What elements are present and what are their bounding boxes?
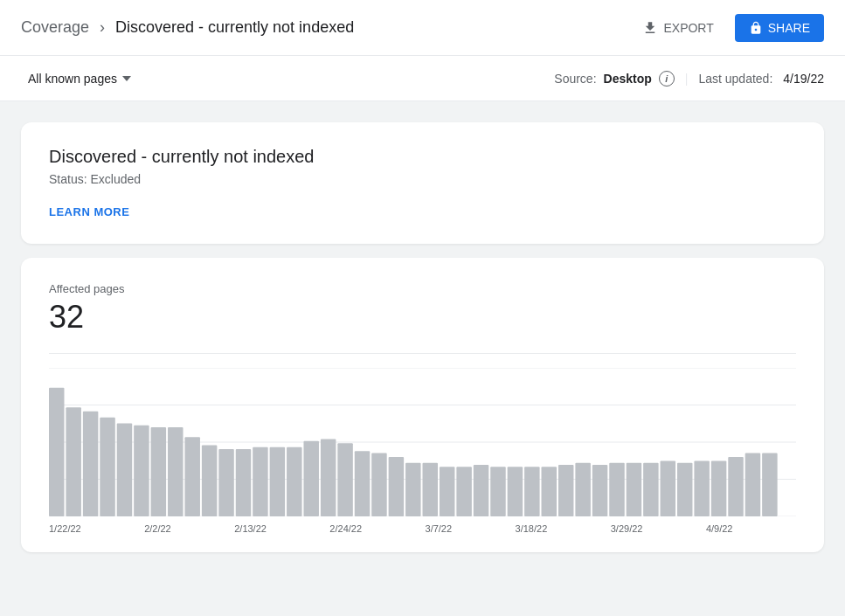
bar-chart: 75 50 25 0 bbox=[49, 368, 796, 516]
header-actions: EXPORT SHARE bbox=[632, 13, 824, 43]
bar-19 bbox=[371, 453, 386, 516]
bar-33 bbox=[609, 463, 624, 516]
bar-39 bbox=[711, 461, 726, 516]
lock-icon bbox=[749, 21, 763, 35]
bar-9 bbox=[202, 445, 217, 516]
bar-24 bbox=[456, 467, 471, 516]
chevron-down-icon bbox=[122, 76, 131, 81]
affected-pages-count: 32 bbox=[49, 299, 796, 336]
share-label: SHARE bbox=[768, 21, 810, 35]
x-label-5: 3/7/22 bbox=[426, 523, 453, 534]
x-axis-labels: 1/22/22 2/2/22 2/13/22 2/24/22 3/7/22 3/… bbox=[49, 523, 796, 534]
affected-pages-label: Affected pages bbox=[49, 282, 796, 295]
main-content: Discovered - currently not indexed Statu… bbox=[0, 101, 845, 573]
chart-card: Affected pages 32 75 50 25 0 1/22/22 2/2… bbox=[21, 258, 824, 552]
breadcrumb: Coverage › Discovered - currently not in… bbox=[21, 18, 354, 37]
bar-23 bbox=[440, 467, 454, 516]
bar-11 bbox=[236, 449, 251, 516]
bar-22 bbox=[423, 463, 438, 516]
bar-10 bbox=[218, 449, 233, 516]
bar-36 bbox=[661, 461, 675, 516]
toolbar: All known pages Source: Desktop i | Last… bbox=[0, 56, 845, 101]
bar-30 bbox=[558, 465, 573, 516]
toolbar-right: Source: Desktop i | Last updated: 4/19/2… bbox=[554, 71, 824, 87]
bar-34 bbox=[627, 463, 641, 516]
info-icon[interactable]: i bbox=[659, 71, 675, 87]
x-label-6: 3/18/22 bbox=[516, 523, 548, 534]
bar-0 bbox=[49, 388, 64, 516]
bar-28 bbox=[524, 467, 539, 516]
bar-17 bbox=[337, 443, 352, 516]
bar-38 bbox=[694, 461, 709, 516]
bar-27 bbox=[508, 467, 523, 516]
last-updated-value: 4/19/22 bbox=[783, 72, 824, 86]
toolbar-separator: | bbox=[685, 72, 689, 86]
bar-29 bbox=[542, 467, 557, 516]
download-icon bbox=[642, 20, 658, 36]
bar-26 bbox=[490, 467, 505, 516]
info-card: Discovered - currently not indexed Statu… bbox=[21, 122, 824, 244]
breadcrumb-separator: › bbox=[100, 18, 105, 37]
x-label-8: 4/9/22 bbox=[706, 523, 733, 534]
export-label: EXPORT bbox=[663, 21, 713, 35]
chart-container: 75 50 25 0 1/22/22 2/2/22 2/13/22 2/24/2… bbox=[49, 353, 796, 528]
bar-41 bbox=[745, 453, 760, 516]
breadcrumb-current: Discovered - currently not indexed bbox=[115, 18, 354, 37]
filter-dropdown[interactable]: All known pages bbox=[21, 66, 138, 91]
export-button[interactable]: EXPORT bbox=[632, 13, 724, 43]
bar-32 bbox=[592, 465, 607, 516]
bar-18 bbox=[355, 451, 370, 516]
bar-12 bbox=[253, 447, 267, 516]
header: Coverage › Discovered - currently not in… bbox=[0, 0, 845, 56]
bar-15 bbox=[303, 441, 318, 516]
bar-40 bbox=[728, 457, 743, 516]
bar-14 bbox=[287, 447, 301, 516]
x-label-7: 3/29/22 bbox=[611, 523, 643, 534]
bar-13 bbox=[270, 447, 285, 516]
info-card-status: Status: Excluded bbox=[49, 172, 796, 186]
bar-1 bbox=[66, 407, 80, 516]
bar-25 bbox=[474, 465, 488, 516]
source-prefix: Source: bbox=[554, 72, 596, 86]
bar-4 bbox=[117, 423, 132, 516]
bar-16 bbox=[321, 440, 336, 516]
filter-label: All known pages bbox=[28, 72, 117, 86]
bar-21 bbox=[405, 463, 420, 516]
info-card-title: Discovered - currently not indexed bbox=[49, 147, 796, 167]
bar-5 bbox=[134, 426, 149, 516]
learn-more-button[interactable]: LEARN MORE bbox=[49, 205, 129, 218]
bar-8 bbox=[184, 437, 199, 516]
x-label-4: 2/24/22 bbox=[329, 523, 362, 534]
x-label-3: 2/13/22 bbox=[234, 523, 267, 534]
x-label-2: 2/2/22 bbox=[144, 523, 171, 534]
bar-7 bbox=[168, 427, 183, 516]
bar-35 bbox=[643, 463, 658, 516]
bar-2 bbox=[83, 412, 98, 516]
x-label-1: 1/22/22 bbox=[49, 523, 81, 534]
bar-31 bbox=[575, 463, 590, 516]
source-value: Desktop bbox=[604, 72, 652, 86]
bar-6 bbox=[151, 427, 166, 516]
last-updated-prefix: Last updated: bbox=[698, 72, 772, 86]
bar-42 bbox=[762, 453, 777, 516]
share-button[interactable]: SHARE bbox=[735, 14, 824, 42]
breadcrumb-coverage[interactable]: Coverage bbox=[21, 18, 89, 37]
bar-3 bbox=[100, 418, 114, 516]
bar-20 bbox=[389, 457, 404, 516]
bar-37 bbox=[677, 463, 692, 516]
